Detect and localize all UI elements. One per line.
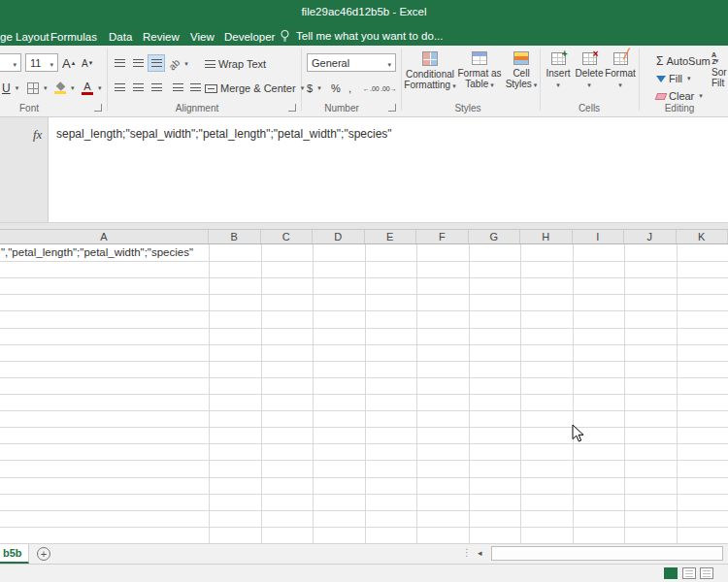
- bottom-align-button[interactable]: [148, 54, 165, 72]
- new-sheet-button[interactable]: +: [37, 547, 50, 561]
- delete-cells-icon: ×: [582, 52, 597, 65]
- decrease-decimal-button[interactable]: .00→: [381, 79, 397, 98]
- tab-formulas[interactable]: Formulas: [50, 27, 97, 46]
- merge-center-button[interactable]: Merge & Center: [205, 79, 304, 98]
- tab-scroll-divider[interactable]: ⋮: [462, 547, 472, 558]
- clear-label: Clear: [669, 90, 694, 102]
- orientation-icon: ab: [167, 56, 182, 72]
- group-divider: [540, 48, 541, 111]
- column-header-E[interactable]: E: [365, 230, 417, 243]
- grid-line: [0, 277, 728, 278]
- decrease-indent-button[interactable]: [169, 79, 186, 96]
- font-size-value: 11: [30, 57, 41, 69]
- grow-font-button[interactable]: A▴: [62, 53, 75, 73]
- tell-me-label: Tell me what you want to do...: [296, 30, 444, 42]
- column-header-F[interactable]: F: [416, 230, 469, 243]
- grid-line: [0, 427, 728, 428]
- cell-styles-icon: [513, 51, 529, 65]
- shrink-font-button[interactable]: A▾: [82, 53, 92, 73]
- conditional-formatting-button[interactable]: Conditional Formatting: [405, 51, 455, 91]
- editing-group-label: Editing: [641, 103, 718, 113]
- format-cells-button[interactable]: ╱ Format: [606, 52, 635, 90]
- scroll-left-arrow-icon[interactable]: ◂: [478, 548, 482, 558]
- format-cells-icon: ╱: [613, 52, 628, 65]
- percent-style-button[interactable]: %: [331, 79, 341, 98]
- cell-styles-button[interactable]: Cell Styles: [504, 51, 539, 90]
- increase-indent-button[interactable]: [186, 79, 204, 96]
- format-label: Format: [605, 68, 636, 79]
- autosum-button[interactable]: Σ AutoSum: [656, 51, 718, 71]
- borders-button[interactable]: [27, 79, 48, 98]
- column-header-H[interactable]: H: [520, 230, 573, 243]
- alignment-dialog-launcher[interactable]: [288, 104, 296, 112]
- format-as-table-button[interactable]: Format as Table: [456, 51, 503, 90]
- format-as-table-label: Format as: [457, 68, 501, 79]
- tab-page-layout[interactable]: ge Layout: [0, 27, 50, 46]
- column-headers: ABCDEFGHIJK: [0, 230, 728, 244]
- tell-me-box[interactable]: Tell me what you want to do...: [280, 26, 444, 45]
- chevron-down-icon: [587, 79, 591, 90]
- ribbon: 11 A▴ A▾ U A Font: [0, 46, 728, 117]
- increase-decimal-button[interactable]: ←.00: [363, 79, 380, 98]
- align-center-button[interactable]: [129, 79, 147, 96]
- decrease-indent-icon: [173, 83, 183, 91]
- tab-review[interactable]: Review: [143, 27, 180, 46]
- grid-line: [0, 410, 728, 411]
- fill-button[interactable]: Fill: [656, 69, 691, 88]
- font-color-button[interactable]: A: [82, 79, 102, 98]
- grid-line: [0, 361, 728, 362]
- column-header-A[interactable]: A: [0, 230, 209, 243]
- alignment-group-label: Alignment: [149, 103, 246, 113]
- tab-data[interactable]: Data: [109, 27, 132, 46]
- insert-cells-button[interactable]: + Insert: [544, 52, 573, 90]
- sort-filter-label: Sor: [711, 67, 727, 78]
- formula-bar[interactable]: sepal_length;"sepal_width";"petal_length…: [49, 117, 728, 223]
- grid-line: [0, 460, 728, 461]
- font-dialog-launcher[interactable]: [94, 104, 102, 112]
- fill-color-button[interactable]: [54, 79, 75, 98]
- fx-button[interactable]: fx: [33, 127, 42, 143]
- format-as-table-label2: Table: [465, 79, 493, 90]
- sort-filter-button[interactable]: AZ Sor Filt: [711, 51, 728, 88]
- tab-developer[interactable]: Developer: [224, 27, 275, 46]
- orientation-button[interactable]: ab: [169, 54, 188, 74]
- active-sheet-tab[interactable]: b5b: [0, 544, 29, 564]
- tab-view[interactable]: View: [190, 27, 215, 46]
- middle-align-button[interactable]: [129, 54, 147, 72]
- column-header-K[interactable]: K: [677, 230, 728, 243]
- mouse-cursor: [572, 424, 584, 442]
- font-size-combo[interactable]: 11: [25, 53, 58, 72]
- grid-line: [0, 310, 728, 311]
- cell-A1[interactable]: ","petal_length";"petal_width";"species": [1, 246, 208, 258]
- column-header-B[interactable]: B: [209, 230, 261, 243]
- column-header-D[interactable]: D: [313, 230, 365, 243]
- delete-cells-button[interactable]: × Delete: [575, 52, 604, 90]
- sheet-tab-label: b5b: [3, 547, 22, 559]
- normal-view-button[interactable]: [664, 567, 678, 579]
- top-align-button[interactable]: [111, 54, 128, 72]
- cell-styles-label2: Styles: [506, 79, 538, 90]
- number-dialog-launcher[interactable]: [388, 104, 396, 112]
- column-header-I[interactable]: I: [573, 230, 625, 243]
- column-header-C[interactable]: C: [261, 230, 314, 243]
- wrap-text-button[interactable]: Wrap Text: [205, 54, 266, 74]
- font-name-combo[interactable]: [0, 53, 21, 72]
- number-format-combo[interactable]: General: [307, 53, 396, 72]
- align-right-button[interactable]: [148, 79, 165, 96]
- align-left-button[interactable]: [111, 79, 128, 96]
- comma-style-button[interactable]: ,: [348, 79, 351, 98]
- grow-font-icon: A: [62, 56, 71, 71]
- column-header-J[interactable]: J: [624, 230, 677, 243]
- chevron-down-icon: [556, 79, 560, 90]
- page-break-view-button[interactable]: [700, 567, 713, 579]
- wrap-text-icon: [205, 60, 215, 68]
- page-layout-view-button[interactable]: [682, 567, 696, 579]
- sheet-grid[interactable]: ","petal_length";"petal_width";"species": [0, 244, 728, 543]
- horizontal-scrollbar-thumb[interactable]: [491, 546, 723, 561]
- underline-button[interactable]: U: [2, 79, 18, 98]
- increase-indent-icon: [190, 83, 201, 91]
- number-format-value: General: [312, 57, 349, 69]
- accounting-format-button[interactable]: $: [307, 79, 321, 98]
- lightbulb-icon: [280, 29, 290, 43]
- column-header-G[interactable]: G: [469, 230, 521, 243]
